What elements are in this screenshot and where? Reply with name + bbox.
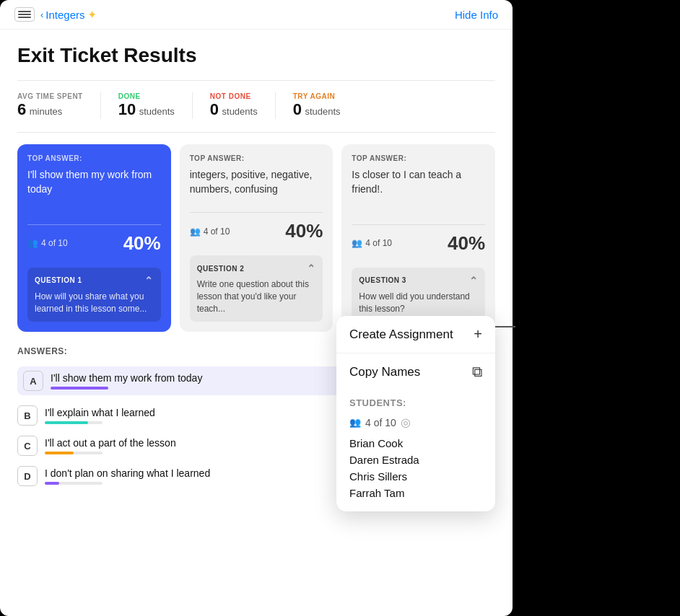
answer-letter-b: B [17, 405, 38, 426]
students-count-row: 👥 4 of 10 ◎ [349, 415, 482, 429]
q1-caret-icon: ⌃ [144, 275, 154, 286]
copy-names-label: Copy Names [349, 365, 420, 379]
stat-not-done-unit: students [222, 106, 258, 117]
students-list: Brian Cook Daren Estrada Chris Sillers F… [349, 435, 482, 501]
answer-bar-c [45, 452, 74, 454]
q2-footer: QUESTION 2 ⌃ Write one question about th… [190, 255, 323, 322]
create-assignment-item[interactable]: Create Assignment + [336, 316, 495, 353]
q2-divider [190, 212, 323, 213]
q2-caret-icon: ⌃ [307, 263, 316, 274]
q2-top-answer-text: integers, positive, negative, numbers, c… [190, 168, 323, 205]
q3-top-answer-label: TOP ANSWER: [352, 154, 485, 162]
create-assignment-label: Create Assignment [349, 327, 453, 342]
sidebar-toggle-button[interactable] [14, 7, 35, 22]
stat-done-label: DONE [118, 92, 175, 100]
q3-footer: QUESTION 3 ⌃ How well did you understand… [352, 268, 485, 322]
q1-stats-row: 👥 4 of 10 40% [27, 232, 161, 255]
stats-divider [17, 132, 495, 133]
q1-q-label: QUESTION 1 ⌃ [35, 275, 154, 286]
questions-row: TOP ANSWER: I'll show them my work from … [17, 144, 495, 332]
answer-bar-d [45, 482, 59, 485]
q1-footer: QUESTION 1 ⌃ How will you share what you… [27, 268, 161, 322]
question-card-1[interactable]: TOP ANSWER: I'll show them my work from … [17, 144, 171, 332]
hide-info-button[interactable]: Hide Info [455, 9, 498, 21]
stat-done-value: 10 [118, 100, 136, 118]
q3-q-text: How well did you understand this lesson? [359, 291, 478, 315]
students-label: STUDENTS: [349, 390, 482, 408]
stat-try-again-label: TRY AGAIN [293, 92, 341, 100]
q3-divider [352, 224, 485, 225]
q1-q-text: How will you share what you learned in t… [35, 291, 154, 315]
answer-letter-d: D [17, 466, 38, 486]
q3-q-label: QUESTION 3 ⌃ [359, 275, 478, 286]
title-divider [17, 80, 495, 81]
q2-count: 👥 4 of 10 [190, 226, 230, 237]
sparkle-icon: ✦ [87, 8, 97, 22]
back-label: Integers [45, 9, 84, 21]
stat-avg-time-unit: minutes [30, 106, 63, 117]
q1-top-answer-label: TOP ANSWER: [27, 154, 161, 162]
page-title: Exit Ticket Results [17, 44, 495, 67]
q2-q-label: QUESTION 2 ⌃ [197, 263, 316, 274]
stat-not-done-label: NOT DONE [210, 92, 258, 100]
top-bar: ‹ Integers ✦ Hide Info [0, 0, 513, 30]
popup-menu: Create Assignment + Copy Names ⧉ STUDENT… [336, 316, 495, 511]
q2-top-answer-label: TOP ANSWER: [190, 154, 323, 162]
create-assignment-icon: + [474, 326, 482, 343]
q3-pct: 40% [448, 232, 485, 255]
stat-try-again-unit: students [305, 106, 340, 117]
people-icon-q3: 👥 [352, 238, 362, 248]
stat-done-unit: students [139, 106, 175, 117]
top-bar-left: ‹ Integers ✦ [14, 7, 97, 22]
popup-arrow [495, 326, 515, 327]
answer-bar-wrap-b [45, 421, 103, 424]
q1-pct: 40% [123, 232, 161, 255]
copy-names-icon: ⧉ [472, 364, 482, 380]
q3-top-answer-text: Is closer to I can teach a friend!. [352, 168, 485, 216]
people-icon-q2: 👥 [190, 226, 201, 237]
q1-count: 👥 4 of 10 [27, 238, 68, 248]
stat-avg-time: AVG TIME SPENT 6 minutes [17, 92, 101, 119]
copy-names-item[interactable]: Copy Names ⧉ [336, 353, 495, 390]
q3-count: 👥 4 of 10 [352, 238, 392, 248]
answer-bar-wrap-c [45, 452, 103, 454]
stat-avg-time-value: 6 [17, 100, 26, 118]
student-2: Daren Estrada [349, 452, 482, 468]
student-3: Chris Sillers [349, 468, 482, 485]
stat-done: DONE 10 students [118, 92, 193, 119]
q3-stats-row: 👥 4 of 10 40% [352, 232, 485, 255]
student-4: Farrah Tam [349, 485, 482, 501]
q1-top-answer-text: I'll show them my work from today [27, 168, 161, 216]
people-icon-q1: 👥 [27, 238, 38, 248]
students-count: 4 of 10 [365, 417, 396, 428]
student-1: Brian Cook [349, 435, 482, 452]
back-chevron-icon: ‹ [40, 9, 43, 20]
stat-try-again: TRY AGAIN 0 students [293, 92, 358, 119]
main-panel: ‹ Integers ✦ Hide Info Exit Ticket Resul… [0, 0, 513, 616]
question-card-2[interactable]: TOP ANSWER: integers, positive, negative… [180, 144, 334, 332]
stat-not-done-value: 0 [210, 100, 219, 118]
stat-avg-time-label: AVG TIME SPENT [17, 92, 83, 100]
back-link[interactable]: ‹ Integers ✦ [40, 8, 97, 22]
q2-q-text: Write one question about this lesson tha… [197, 278, 316, 314]
answer-letter-a: A [23, 371, 43, 391]
answer-bar-wrap-d [45, 482, 103, 485]
students-section: STUDENTS: 👥 4 of 10 ◎ Brian Cook Daren E… [336, 390, 495, 511]
q3-caret-icon: ⌃ [469, 275, 479, 286]
answer-letter-c: C [17, 436, 38, 456]
answer-bar-wrap-a [51, 387, 108, 390]
q2-pct: 40% [285, 220, 323, 242]
answer-bar-a [51, 387, 108, 390]
students-people-icon: 👥 [349, 417, 361, 428]
q2-stats-row: 👥 4 of 10 40% [190, 220, 323, 242]
stat-try-again-value: 0 [293, 100, 302, 118]
stats-row: AVG TIME SPENT 6 minutes DONE 10 student… [17, 92, 495, 119]
q1-divider [27, 224, 161, 225]
question-card-3[interactable]: TOP ANSWER: Is closer to I can teach a f… [341, 144, 495, 332]
answer-bar-b [45, 421, 88, 424]
stat-not-done: NOT DONE 0 students [210, 92, 276, 119]
students-check-icon: ◎ [401, 415, 411, 429]
